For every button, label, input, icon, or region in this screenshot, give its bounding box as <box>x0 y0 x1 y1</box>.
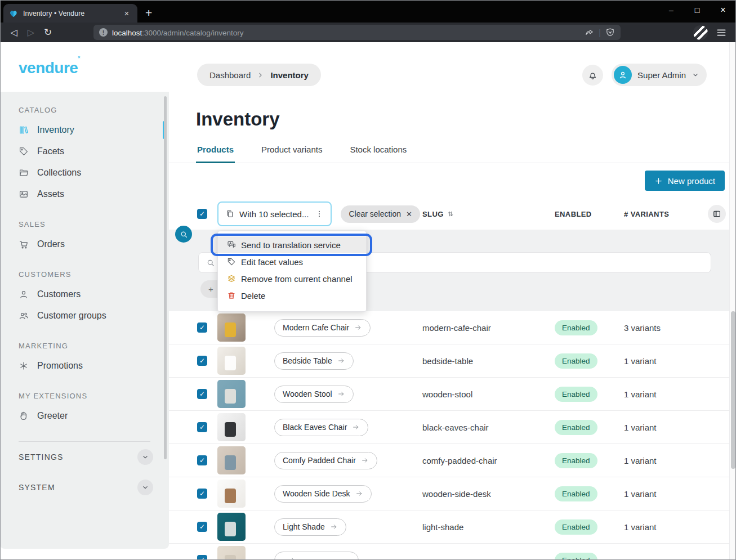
tab-products[interactable]: Products <box>196 145 235 163</box>
row-checkbox[interactable]: ✓ <box>197 356 207 366</box>
sidebar-item-label: Collections <box>37 168 81 178</box>
table-row: ✓Modern Cafe Chairmodern-cafe-chairEnabl… <box>169 311 729 344</box>
status-badge: Enabled <box>555 387 597 402</box>
menu-item-edit-facet-values[interactable]: Edit facet values <box>218 253 366 270</box>
product-slug: comfy-padded-chair <box>422 456 555 465</box>
notifications-button[interactable] <box>582 65 603 86</box>
column-settings-button[interactable] <box>708 205 726 223</box>
product-thumbnail[interactable] <box>217 380 246 408</box>
window-maximize-button[interactable]: □ <box>684 0 710 20</box>
forward-button[interactable]: ▷ <box>23 27 39 38</box>
product-thumbnail[interactable] <box>217 347 246 375</box>
sidebar-item-inventory[interactable]: Inventory <box>0 119 169 141</box>
sidebar-item-greeter[interactable]: Greeter <box>0 405 169 427</box>
product-thumbnail[interactable] <box>217 513 246 541</box>
window-minimize-button[interactable]: – <box>658 0 684 20</box>
sidebar-item-customer-groups[interactable]: Customer groups <box>0 305 169 326</box>
product-slug: black-eaves-chair <box>422 423 555 432</box>
row-checkbox[interactable]: ✓ <box>197 422 207 432</box>
tab-stock-locations[interactable]: Stock locations <box>349 145 408 163</box>
product-name-link[interactable]: Wooden Stool <box>274 386 354 403</box>
expand-button[interactable] <box>137 449 153 465</box>
reload-button[interactable]: ↻ <box>39 26 56 38</box>
product-thumbnail[interactable] <box>217 413 246 441</box>
breadcrumb-dashboard[interactable]: Dashboard <box>209 70 251 80</box>
clear-selection-button[interactable]: Clear selection ✕ <box>341 205 420 223</box>
product-slug: modern-cafe-chair <box>422 323 555 333</box>
menu-item-send-to-translation-service[interactable]: Send to translation service <box>218 236 366 253</box>
window-close-button[interactable]: × <box>710 0 736 20</box>
column-header-slug[interactable]: SLUG <box>422 210 555 218</box>
product-thumbnail[interactable] <box>217 480 246 508</box>
sidebar-item-label: Orders <box>37 239 65 249</box>
product-name-link[interactable]: Bedside Table <box>274 352 354 370</box>
new-product-button[interactable]: New product <box>645 171 725 191</box>
sidebar-item-assets[interactable]: Assets <box>0 183 169 205</box>
sidebar-section-label: CATALOG <box>0 94 169 119</box>
tab-product-variants[interactable]: Product variants <box>260 145 323 163</box>
sidebar-item-collections[interactable]: Collections <box>0 162 169 183</box>
menu-item-remove-from-current-channel[interactable]: Remove from current channel <box>218 270 366 287</box>
product-slug: light-shade <box>422 522 555 532</box>
browser-tab[interactable]: Inventory • Vendure × <box>3 4 137 23</box>
variant-count: 1 variant <box>624 456 702 465</box>
new-tab-button[interactable]: + <box>145 6 152 20</box>
expand-button[interactable] <box>137 480 153 495</box>
browser-tab-title: Inventory • Vendure <box>23 10 117 17</box>
menu-item-label: Edit facet values <box>241 257 303 267</box>
product-name-link[interactable]: Wooden Side Desk <box>274 485 372 503</box>
product-name-link[interactable] <box>274 552 359 560</box>
site-info-icon[interactable]: ! <box>99 28 108 37</box>
tab-close-icon[interactable]: × <box>122 8 132 18</box>
product-name-link[interactable]: Light Shade <box>274 518 346 536</box>
row-checkbox[interactable]: ✓ <box>197 389 207 399</box>
row-checkbox[interactable]: ✓ <box>197 489 207 499</box>
sidebar-group-system[interactable]: SYSTEM <box>0 472 169 503</box>
arrow-right-icon <box>355 490 363 498</box>
url-separator: | <box>599 28 601 37</box>
sidebar-item-customers[interactable]: Customers <box>0 284 169 305</box>
magnifier-icon <box>180 230 188 239</box>
page-scrollbar[interactable] <box>729 42 736 560</box>
search-fab-button[interactable] <box>175 226 192 243</box>
product-thumbnail[interactable] <box>217 546 246 560</box>
page-scrollbar-thumb[interactable] <box>731 311 735 469</box>
menu-item-delete[interactable]: Delete <box>218 287 366 304</box>
table-row: ✓Enabled <box>169 544 729 560</box>
row-checkbox[interactable]: ✓ <box>197 322 207 333</box>
browser-profile-avatar[interactable] <box>693 25 708 40</box>
sidebar-section-my-extensions: MY EXTENSIONSGreeter <box>0 377 169 427</box>
chevron-down-icon <box>141 483 149 491</box>
sidebar-item-promotions[interactable]: Promotions <box>0 355 169 377</box>
product-thumbnail[interactable] <box>217 313 246 342</box>
product-slug: wooden-side-desk <box>422 489 555 499</box>
product-name-link[interactable]: Comfy Padded Chair <box>274 452 377 469</box>
url-bar[interactable]: ! localhost:3000/admin/catalog/inventory… <box>93 25 621 40</box>
arrow-right-icon <box>288 556 296 560</box>
sidebar-group-settings[interactable]: SETTINGS <box>0 442 169 472</box>
table-row: ✓Light Shadelight-shadeEnabled1 variant <box>169 510 729 544</box>
product-thumbnail[interactable] <box>217 446 246 474</box>
row-checkbox[interactable]: ✓ <box>197 522 207 532</box>
back-button[interactable]: ◁ <box>6 27 23 38</box>
trash-icon <box>227 291 236 300</box>
sidebar-item-orders[interactable]: Orders <box>0 234 169 255</box>
shield-icon[interactable] <box>605 28 615 37</box>
product-name: Black Eaves Chair <box>283 423 347 432</box>
product-name-link[interactable]: Black Eaves Chair <box>274 419 368 436</box>
row-checkbox[interactable]: ✓ <box>197 455 207 465</box>
sidebar-scrollbar[interactable] <box>164 96 167 459</box>
variant-count: 1 variant <box>624 489 702 499</box>
product-slug: bedside-table <box>422 356 555 366</box>
main-content: Dashboard Inventory Super Admin Inventor… <box>169 42 736 560</box>
folder-icon <box>19 168 29 178</box>
menu-icon[interactable] <box>716 27 727 38</box>
user-menu[interactable]: Super Admin <box>612 64 707 86</box>
select-all-checkbox[interactable]: ✓ <box>197 209 207 219</box>
row-checkbox[interactable]: ✓ <box>197 555 207 560</box>
sidebar-item-facets[interactable]: Facets <box>0 141 169 162</box>
share-icon[interactable] <box>585 28 594 37</box>
breadcrumb-current[interactable]: Inventory <box>270 70 309 80</box>
product-name-link[interactable]: Modern Cafe Chair <box>274 319 371 337</box>
bulk-actions-button[interactable]: With 10 selected... <box>217 201 332 226</box>
